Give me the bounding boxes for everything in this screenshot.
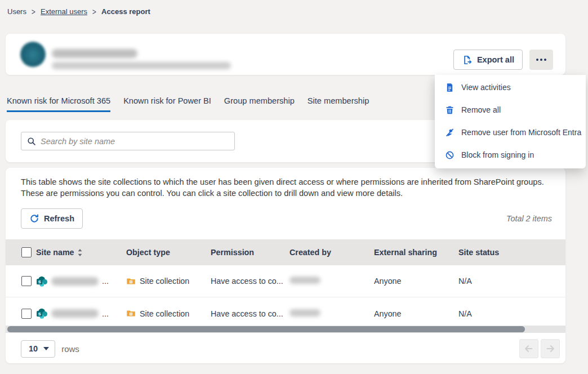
object-type-cell: Site collection xyxy=(126,277,211,286)
document-icon xyxy=(445,83,455,92)
table-row[interactable]: s ... Site collection Have access to co.… xyxy=(6,297,565,330)
external-sharing-cell: Anyone xyxy=(374,309,458,318)
menu-item-label: Remove user from Microsoft Entra xyxy=(461,128,581,137)
pagination-bar: 10 rows xyxy=(21,339,560,358)
search-icon xyxy=(27,137,36,146)
table-description: This table shows the site collections to… xyxy=(6,168,565,199)
pager xyxy=(519,339,560,358)
external-sharing-cell: Anyone xyxy=(374,277,458,286)
folder-icon xyxy=(126,277,136,286)
chevron-down-icon xyxy=(43,347,49,350)
site-name-cell[interactable]: s ... xyxy=(36,308,126,319)
person-remove-icon xyxy=(445,128,455,137)
svg-text:s: s xyxy=(38,279,41,284)
column-site-status: Site status xyxy=(458,248,565,257)
block-icon xyxy=(445,150,455,160)
more-icon xyxy=(536,59,546,61)
site-status-cell: N/A xyxy=(458,277,565,286)
table-header: Site name Object type Permission Created… xyxy=(6,239,565,265)
breadcrumb-users[interactable]: Users xyxy=(7,7,26,16)
object-type-cell: Site collection xyxy=(126,309,211,318)
table-row[interactable]: s ... Site collection Have access to co.… xyxy=(6,265,565,297)
scrollbar-thumb[interactable] xyxy=(7,326,525,332)
select-all-checkbox[interactable] xyxy=(21,247,32,257)
user-header-card: Export all xyxy=(6,34,565,75)
created-by-cell xyxy=(289,309,374,318)
tab-group-membership[interactable]: Group membership xyxy=(224,96,295,112)
permission-cell: Have access to co... xyxy=(211,309,289,318)
export-icon xyxy=(462,55,473,65)
breadcrumb-external-users[interactable]: External users xyxy=(41,7,87,16)
column-created-by: Created by xyxy=(289,248,374,257)
arrow-left-icon xyxy=(524,344,534,354)
redacted-user-email xyxy=(52,62,231,69)
page-size-select[interactable]: 10 xyxy=(21,340,55,358)
arrow-right-icon xyxy=(545,344,555,354)
refresh-label: Refresh xyxy=(44,214,74,223)
menu-item-label: Block from signing in xyxy=(461,150,534,159)
tab-known-risk-power-bi[interactable]: Known risk for Power BI xyxy=(123,96,211,112)
breadcrumb-separator-icon: > xyxy=(32,7,35,16)
tab-bar: Known risk for Microsoft 365 Known risk … xyxy=(7,96,382,112)
menu-item-remove-user-entra[interactable]: Remove user from Microsoft Entra xyxy=(435,121,586,144)
redacted-site-name xyxy=(51,309,99,318)
next-page-button[interactable] xyxy=(541,339,560,358)
page-size-value: 10 xyxy=(29,344,38,353)
horizontal-scrollbar[interactable] xyxy=(6,326,565,333)
svg-text:s: s xyxy=(38,311,41,317)
site-status-cell: N/A xyxy=(458,309,565,318)
total-items-label: Total 2 items xyxy=(506,214,552,223)
refresh-icon xyxy=(29,213,39,224)
rows-label: rows xyxy=(61,344,79,354)
site-name-ellipsis: ... xyxy=(102,277,109,286)
redacted-created-by xyxy=(289,277,320,284)
sharepoint-icon: s xyxy=(36,275,48,287)
menu-item-view-activities[interactable]: View activities xyxy=(435,76,586,99)
redacted-site-name xyxy=(51,277,99,286)
folder-icon xyxy=(126,309,136,318)
column-object-type: Object type xyxy=(126,248,211,257)
menu-item-remove-all[interactable]: Remove all xyxy=(435,99,586,121)
access-report-card: This table shows the site collections to… xyxy=(6,168,565,363)
search-input[interactable] xyxy=(41,137,229,146)
breadcrumb-access-report: Access report xyxy=(101,7,150,16)
search-box xyxy=(21,132,235,150)
refresh-button[interactable]: Refresh xyxy=(21,208,83,229)
created-by-cell xyxy=(289,277,374,286)
menu-item-label: Remove all xyxy=(461,105,501,114)
breadcrumb: Users > External users > Access report xyxy=(7,7,150,16)
more-options-button[interactable] xyxy=(529,50,553,70)
toolbar: Refresh Total 2 items xyxy=(21,208,552,229)
sharepoint-icon: s xyxy=(36,308,48,319)
column-site-name[interactable]: Site name xyxy=(36,248,126,257)
export-all-label: Export all xyxy=(477,55,514,64)
export-all-button[interactable]: Export all xyxy=(453,50,523,70)
row-checkbox[interactable] xyxy=(21,276,32,286)
previous-page-button[interactable] xyxy=(519,339,538,358)
tab-site-membership[interactable]: Site membership xyxy=(308,96,369,112)
trash-icon xyxy=(445,105,455,115)
redacted-created-by xyxy=(289,309,320,317)
column-permission: Permission xyxy=(211,248,289,257)
sort-icon xyxy=(77,248,83,257)
column-external-sharing: External sharing xyxy=(374,248,458,257)
avatar xyxy=(20,42,46,67)
row-checkbox[interactable] xyxy=(21,309,32,319)
context-menu: View activities Remove all Remove user f… xyxy=(435,75,586,168)
redacted-user-name xyxy=(52,49,137,58)
menu-item-block-sign-in[interactable]: Block from signing in xyxy=(435,144,586,166)
site-name-cell[interactable]: s ... xyxy=(36,275,126,287)
menu-item-label: View activities xyxy=(461,83,511,92)
tab-known-risk-microsoft-365[interactable]: Known risk for Microsoft 365 xyxy=(7,96,110,112)
breadcrumb-separator-icon: > xyxy=(92,7,96,16)
site-name-ellipsis: ... xyxy=(102,309,109,318)
permission-cell: Have access to co... xyxy=(211,277,289,286)
